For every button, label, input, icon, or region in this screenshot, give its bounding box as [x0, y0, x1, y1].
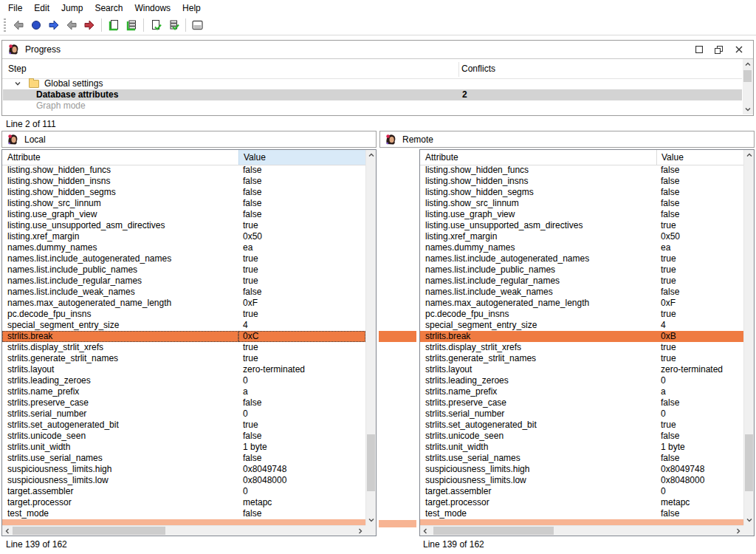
- scroll-right-icon[interactable]: [355, 526, 365, 536]
- table-row[interactable]: listing.use_unsupported_asm_directives t…: [420, 220, 743, 231]
- table-row[interactable]: names.dummy_names ea: [420, 242, 743, 253]
- table-row[interactable]: strlits.set_autogenerated_bit true: [2, 420, 365, 431]
- table-row[interactable]: strlits.serial_number 0: [2, 408, 365, 420]
- column-header-attribute[interactable]: Attribute: [425, 152, 458, 163]
- table-row[interactable]: strlits.break 0xC: [2, 331, 365, 342]
- scroll-right-icon[interactable]: [733, 526, 743, 536]
- scroll-up-icon[interactable]: [366, 150, 377, 160]
- blue-dot-button[interactable]: [27, 17, 45, 33]
- table-row[interactable]: pc.decode_fpu_insns true: [420, 309, 743, 320]
- table-row[interactable]: strlits.break 0xB: [420, 331, 743, 342]
- scroll-up-icon[interactable]: [744, 150, 755, 160]
- remote-horizontal-scrollbar[interactable]: [420, 525, 743, 536]
- table-row[interactable]: strlits.name_prefix a: [2, 386, 365, 397]
- table-row[interactable]: strlits.leading_zeroes 0: [2, 375, 365, 386]
- table-row[interactable]: target.assembler 0: [420, 486, 743, 497]
- table-row[interactable]: test_mode false: [2, 508, 365, 519]
- table-row[interactable]: strlits.generate_strlit_names true: [420, 353, 743, 364]
- table-row[interactable]: suspiciousness_limits.high 0x8049748: [2, 464, 365, 475]
- table-row[interactable]: listing.show_hidden_segms false: [420, 187, 743, 198]
- scrollbar-thumb[interactable]: [367, 434, 375, 491]
- chevron-down-icon[interactable]: [14, 80, 21, 87]
- tree-row[interactable]: Database attributes 2: [3, 89, 742, 100]
- column-header-conflicts[interactable]: Conflicts: [461, 64, 495, 74]
- table-row[interactable]: listing.show_hidden_segms false: [2, 187, 365, 198]
- table-row[interactable]: listing.show_hidden_funcs false: [2, 165, 365, 176]
- local-panel-titlebar[interactable]: Local: [1, 131, 377, 148]
- table-row[interactable]: special_segment_entry_size 4: [420, 320, 743, 331]
- table-row[interactable]: strlits.preserve_case false: [420, 397, 743, 408]
- scrollbar-thumb[interactable]: [745, 434, 753, 491]
- column-header-value[interactable]: Value: [238, 150, 365, 165]
- menu-item[interactable]: Help: [176, 1, 207, 15]
- diff-map[interactable]: [377, 149, 419, 554]
- back-arrow-button[interactable]: [10, 17, 27, 33]
- table-row[interactable]: listing.use_graph_view false: [420, 209, 743, 220]
- segments-check-button[interactable]: [165, 17, 182, 33]
- table-row[interactable]: strlits.layout zero-terminated: [2, 364, 365, 375]
- table-row[interactable]: names.list.include_regular_names true: [420, 276, 743, 287]
- column-header-value[interactable]: Value: [656, 150, 743, 165]
- table-row[interactable]: suspiciousness_limits.high 0x8049748: [420, 464, 743, 475]
- table-row[interactable]: special_segment_entry_size 4: [2, 320, 365, 331]
- table-row[interactable]: strlits.preserve_case false: [2, 397, 365, 408]
- table-row[interactable]: target.processor metapc: [420, 497, 743, 508]
- tree-row[interactable]: Graph mode: [3, 100, 742, 112]
- table-row[interactable]: listing.xref_margin 0x50: [2, 231, 365, 242]
- table-row[interactable]: names.list.include_regular_names true: [2, 276, 365, 287]
- scroll-down-icon[interactable]: [743, 104, 753, 114]
- progress-scrollbar[interactable]: [743, 59, 753, 114]
- progress-titlebar[interactable]: Progress: [2, 41, 753, 59]
- table-row[interactable]: target.processor metapc: [2, 497, 365, 508]
- segments-green-button[interactable]: [123, 17, 140, 33]
- table-row[interactable]: suspiciousness_limits.low 0x8048000: [420, 475, 743, 486]
- table-row[interactable]: strlits.unit_width 1 byte: [2, 442, 365, 453]
- table-row[interactable]: names.list.include_autogenerated_names t…: [2, 253, 365, 264]
- table-row[interactable]: [420, 519, 743, 525]
- table-row[interactable]: pc.decode_fpu_insns true: [2, 309, 365, 320]
- previous-conflict-button[interactable]: [63, 17, 80, 33]
- table-row[interactable]: listing.show_hidden_funcs false: [420, 165, 743, 176]
- menu-item[interactable]: Jump: [55, 1, 89, 15]
- table-row[interactable]: strlits.leading_zeroes 0: [420, 375, 743, 386]
- maximize-button[interactable]: [689, 42, 709, 57]
- table-row[interactable]: strlits.name_prefix a: [420, 386, 743, 397]
- document-check-button[interactable]: [147, 17, 165, 33]
- table-row[interactable]: strlits.display_strlit_xrefs true: [420, 342, 743, 353]
- menu-item[interactable]: File: [2, 1, 28, 15]
- table-row[interactable]: strlits.use_serial_names false: [2, 453, 365, 464]
- table-row[interactable]: listing.use_graph_view false: [2, 209, 365, 220]
- table-row[interactable]: listing.show_hidden_insns false: [420, 176, 743, 187]
- table-row[interactable]: listing.use_unsupported_asm_directives t…: [2, 220, 365, 231]
- close-button[interactable]: [729, 42, 749, 57]
- document-green-button[interactable]: [105, 17, 123, 33]
- table-row[interactable]: strlits.use_serial_names false: [420, 453, 743, 464]
- scrollbar-thumb[interactable]: [743, 70, 752, 82]
- table-row[interactable]: names.list.include_public_names true: [2, 264, 365, 276]
- table-row[interactable]: strlits.generate_strlit_names true: [2, 353, 365, 364]
- toolbar-grip-icon[interactable]: [4, 18, 6, 32]
- table-row[interactable]: suspiciousness_limits.low 0x8048000: [2, 475, 365, 486]
- table-row[interactable]: listing.show_hidden_insns false: [2, 176, 365, 187]
- menu-item[interactable]: Search: [89, 1, 128, 15]
- column-header-step[interactable]: Step: [8, 64, 27, 74]
- table-row[interactable]: strlits.set_autogenerated_bit true: [420, 420, 743, 431]
- table-row[interactable]: strlits.unicode_seen false: [2, 431, 365, 442]
- remote-panel-titlebar[interactable]: Remote: [379, 131, 755, 148]
- table-row[interactable]: strlits.layout zero-terminated: [420, 364, 743, 375]
- table-row[interactable]: names.max_autogenerated_name_length 0xF: [420, 298, 743, 309]
- scroll-down-icon[interactable]: [744, 515, 755, 525]
- remote-vertical-scrollbar[interactable]: [743, 150, 754, 525]
- table-row[interactable]: names.list.include_weak_names false: [2, 287, 365, 298]
- table-row[interactable]: strlits.unicode_seen false: [420, 431, 743, 442]
- table-row[interactable]: strlits.display_strlit_xrefs true: [2, 342, 365, 353]
- table-row[interactable]: target.assembler 0: [2, 486, 365, 497]
- table-row[interactable]: names.list.include_autogenerated_names t…: [420, 253, 743, 264]
- scrollbar-thumb[interactable]: [13, 527, 165, 535]
- table-row[interactable]: listing.show_src_linnum false: [2, 198, 365, 209]
- forward-arrow-button[interactable]: [45, 17, 63, 33]
- menu-item[interactable]: Windows: [128, 1, 176, 15]
- scroll-up-icon[interactable]: [743, 59, 753, 69]
- tree-row[interactable]: Global settings: [3, 78, 742, 89]
- table-row[interactable]: names.dummy_names ea: [2, 242, 365, 253]
